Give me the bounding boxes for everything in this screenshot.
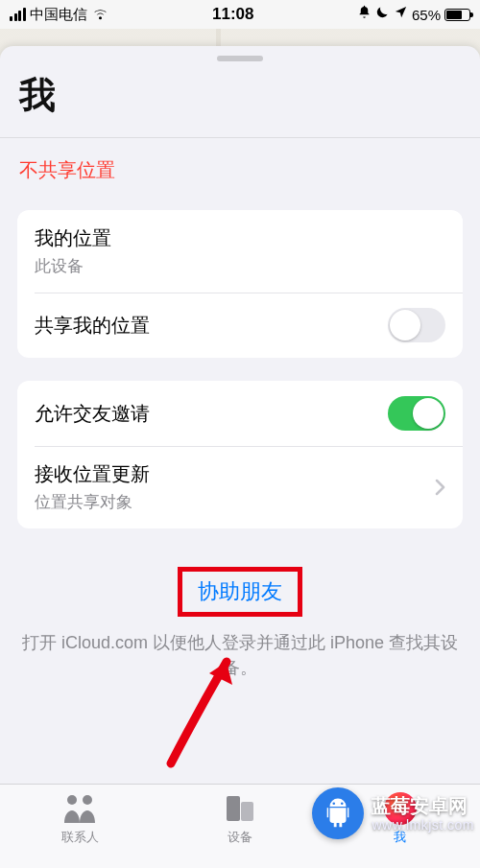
row-title: 我的位置 [35,225,445,251]
watermark-url: www.lmkjst.com [372,817,474,833]
row-subtitle: 位置共享对象 [35,491,434,513]
allow-friend-requests-toggle[interactable] [388,396,445,431]
status-bar: 中国电信 11:08 65% [0,0,480,29]
share-my-location-toggle[interactable] [388,308,445,342]
help-friend-section: 协助朋友 打开 iCloud.com 以便他人登录并通过此 iPhone 查找其… [0,567,480,680]
android-icon [312,787,364,839]
wifi-icon [91,8,109,21]
tab-label: 联系人 [61,829,99,846]
svg-rect-2 [227,796,240,821]
chevron-right-icon [434,479,445,496]
clock: 11:08 [212,5,253,24]
svg-point-1 [83,795,92,805]
svg-rect-3 [241,802,253,821]
allow-friend-requests-row: 允许交友邀请 [17,381,463,446]
tab-label: 设备 [228,829,252,846]
annotation-highlight: 协助朋友 [178,567,302,617]
cellular-signal-icon [10,8,26,21]
tab-devices[interactable]: 设备 [160,792,321,846]
do-not-disturb-icon [375,5,390,24]
battery-percent: 65% [412,7,441,23]
share-my-location-row: 共享我的位置 [17,293,463,358]
tab-people[interactable]: 联系人 [0,792,160,846]
me-sheet: 我 不共享位置 我的位置 此设备 共享我的位置 允许交友邀请 [0,46,480,868]
location-icon [394,5,408,24]
alarm-icon [357,5,372,24]
row-title: 允许交友邀请 [35,401,388,427]
sheet-grabber[interactable] [217,56,263,61]
row-title: 共享我的位置 [35,313,388,339]
my-location-row[interactable]: 我的位置 此设备 [17,210,463,293]
people-icon [59,792,101,825]
svg-point-0 [67,795,77,805]
row-title: 接收位置更新 [35,461,434,487]
row-subtitle: 此设备 [35,255,445,277]
watermark-title: 蓝莓安卓网 [372,794,474,817]
carrier-label: 中国电信 [30,6,87,24]
svg-point-4 [333,802,336,805]
not-sharing-location-link[interactable]: 不共享位置 [0,138,480,210]
watermark: 蓝莓安卓网 www.lmkjst.com [312,787,474,839]
devices-icon [224,792,256,825]
help-friend-description: 打开 iCloud.com 以便他人登录并通过此 iPhone 查找其设备。 [19,630,461,680]
battery-icon [444,9,470,21]
receive-location-updates-row[interactable]: 接收位置更新 位置共享对象 [17,446,463,528]
svg-point-5 [341,802,344,805]
help-friend-link[interactable]: 协助朋友 [182,572,298,612]
friends-group: 允许交友邀请 接收位置更新 位置共享对象 [17,381,463,528]
location-group: 我的位置 此设备 共享我的位置 [17,210,463,358]
page-title: 我 [0,67,480,137]
